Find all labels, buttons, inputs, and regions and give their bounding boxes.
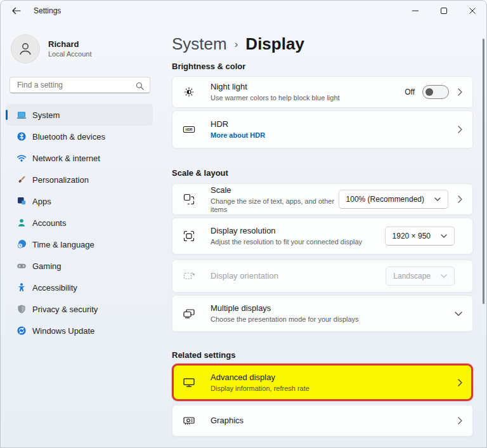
avatar [11,34,40,63]
gamepad-icon [16,261,27,271]
svg-text:HDR: HDR [185,128,192,131]
scale-card[interactable]: Scale Change the size of text, apps, and… [172,183,473,215]
sidebar-item-label: Gaming [32,261,62,271]
chevron-down-icon [434,197,441,201]
resolution-dropdown[interactable]: 1920 × 950 [385,227,455,246]
search-box[interactable] [10,77,150,93]
graphics-text: Graphics [211,416,458,426]
sidebar-item-label: Personalization [32,175,89,185]
section-scale-layout: Scale & layout [172,168,473,178]
monitor-icon [183,376,195,389]
orientation-dropdown: Landscape [386,267,455,286]
sidebar-item-label: Network & internet [32,154,100,163]
accessibility-person-icon [16,282,27,293]
user-info: Richard Local Account [48,39,92,58]
multiple-displays-subtitle: Choose the presentation mode for your di… [211,315,455,324]
sidebar-item-network-internet[interactable]: Network & internet [6,147,153,169]
chevron-right-icon [458,88,462,96]
graphics-title: Graphics [211,416,458,426]
user-profile[interactable]: Richard Local Account [11,34,92,63]
section-related-settings: Related settings [172,350,473,360]
hdr-card[interactable]: HDR HDR More about HDR [172,110,473,148]
user-name: Richard [48,39,92,49]
search-input[interactable] [10,77,138,93]
sidebar-item-label: Accounts [32,218,66,228]
chevron-right-icon [458,417,462,425]
display-orientation-card: Display orientation Landscape [172,260,473,293]
sidebar-item-bluetooth-devices[interactable]: Bluetooth & devices [6,126,153,147]
hdr-text: HDR More about HDR [211,119,458,140]
advanced-display-text: Advanced display Display information, re… [211,372,458,393]
scale-dropdown[interactable]: 100% (Recommended) [339,190,448,209]
display-resolution-card[interactable]: Display resolution Adjust the resolution… [172,218,473,254]
back-button[interactable] [7,3,26,19]
sidebar-item-privacy-security[interactable]: Privacy & security [6,298,153,320]
person-outline-icon [17,41,34,57]
scrollbar-thumb[interactable] [483,39,484,304]
night-light-title: Night light [211,82,405,92]
sidebar-item-label: Accessibility [32,283,77,293]
hdr-badge-icon: HDR [183,123,195,136]
graphics-card[interactable]: Graphics [172,405,473,437]
scale-dropdown-value: 100% (Recommended) [346,195,424,204]
night-light-subtitle: Use warmer colors to help block blue lig… [211,94,405,102]
hdr-title: HDR [211,119,458,129]
back-arrow-icon [12,7,21,15]
laptop-icon [16,110,27,120]
resolution-brackets-icon [183,230,195,242]
sidebar-item-label: Bluetooth & devices [32,132,105,142]
minimize-icon [412,8,419,14]
display-resolution-subtitle: Adjust the resolution to fit your connec… [211,238,385,246]
settings-window: Settings Richard Local Accoun [0,0,487,448]
breadcrumb-parent[interactable]: System [172,34,227,54]
rotate-display-icon [183,270,195,282]
sidebar-item-system[interactable]: System [6,104,153,126]
display-resolution-title: Display resolution [211,226,385,236]
section-brightness-color: Brightness & color [172,62,473,72]
multiple-displays-card[interactable]: Multiple displays Choose the presentatio… [172,295,473,332]
person-icon [16,218,27,228]
wifi-icon [16,153,27,163]
window-controls [401,1,486,21]
sidebar-item-windows-update[interactable]: Windows Update [6,320,153,341]
chevron-right-icon [458,126,462,133]
titlebar: Settings [1,1,486,21]
page-title: Display [245,34,304,54]
advanced-display-card[interactable]: Advanced display Display information, re… [172,364,473,401]
night-light-toggle-label: Off [405,88,415,96]
sidebar-item-time-language[interactable]: Time & language [6,234,153,255]
sidebar-item-accessibility[interactable]: Accessibility [6,277,153,298]
scale-title: Scale [211,185,339,195]
sidebar-item-label: Windows Update [32,326,94,336]
night-light-text: Night light Use warmer colors to help bl… [211,82,405,102]
multiple-displays-text: Multiple displays Choose the presentatio… [211,303,455,324]
chevron-right-icon [458,195,462,203]
advanced-display-subtitle: Display information, refresh rate [211,385,458,393]
chevron-right-icon [458,379,462,386]
brush-icon [16,175,27,185]
shield-icon [16,304,27,314]
sidebar: Richard Local Account System [1,21,159,447]
breadcrumb-separator-icon: › [235,38,238,51]
night-light-sun-icon [183,86,195,98]
night-light-card[interactable]: Night light Use warmer colors to help bl… [172,76,473,108]
sidebar-item-personalization[interactable]: Personalization [6,169,153,190]
toggle-knob [425,88,433,96]
multiple-displays-title: Multiple displays [211,303,455,313]
apps-grid-icon [16,196,27,206]
sidebar-item-gaming[interactable]: Gaming [6,255,153,277]
sidebar-item-accounts[interactable]: Accounts [6,212,153,234]
chevron-down-icon [441,234,447,238]
gpu-card-icon [183,414,195,427]
main-content: System › Display Brightness & color Nigh… [172,21,473,437]
display-orientation-text: Display orientation [211,271,386,281]
close-button[interactable] [458,1,486,21]
sidebar-item-apps[interactable]: Apps [6,190,153,212]
hdr-more-link[interactable]: More about HDR [211,131,458,140]
update-arrows-icon [16,326,27,336]
minimize-button[interactable] [401,1,429,21]
orientation-dropdown-value: Landscape [393,272,431,280]
maximize-button[interactable] [429,1,458,21]
dual-monitors-icon [183,307,195,320]
night-light-toggle[interactable] [422,85,449,99]
